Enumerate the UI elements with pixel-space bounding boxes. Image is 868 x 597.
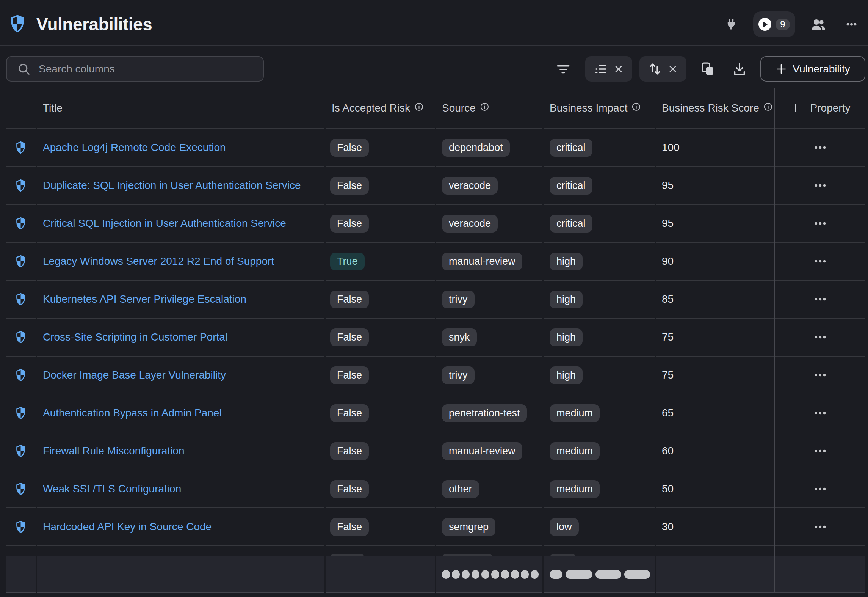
row-actions-button[interactable] xyxy=(815,222,826,225)
row-actions-button[interactable] xyxy=(815,373,826,377)
ellipsis-icon xyxy=(815,487,826,491)
vulnerability-title-link[interactable]: Firewall Rule Misconfiguration xyxy=(43,445,184,457)
view-options-control xyxy=(585,56,632,82)
row-actions-button[interactable] xyxy=(815,525,826,529)
row-actions-button[interactable] xyxy=(815,487,826,491)
risk-score-value: 95 xyxy=(656,205,774,243)
sort-arrows-icon xyxy=(648,62,662,76)
pagination-dot xyxy=(481,570,489,579)
x-icon xyxy=(614,64,624,74)
impact-badge: high xyxy=(550,366,583,384)
risk-score-value: 30 xyxy=(656,508,774,546)
source-badge: penetration-test xyxy=(442,404,527,422)
copy-icon xyxy=(700,61,715,77)
sort-control xyxy=(639,56,686,82)
vulnerabilities-app: Vulnerabilities 9 xyxy=(0,0,868,597)
search-columns-input[interactable] xyxy=(39,63,251,75)
vulnerability-title-link[interactable]: Cross-Site Scripting in Customer Portal xyxy=(43,331,227,343)
row-shield-icon xyxy=(6,205,36,243)
accepted-risk-badge: False xyxy=(330,139,369,157)
table-row: Duplicate: SQL Injection in User Authent… xyxy=(0,167,868,205)
row-actions-button[interactable] xyxy=(815,411,826,415)
vulnerability-title-link[interactable]: Critical SQL Injection in User Authentic… xyxy=(43,217,286,229)
column-header-accepted-risk[interactable]: Is Accepted Risk xyxy=(326,88,435,129)
list-view-button[interactable] xyxy=(594,63,608,75)
add-vulnerability-button[interactable]: Vulnerability xyxy=(760,56,865,82)
sort-button[interactable] xyxy=(648,62,662,76)
ellipsis-icon xyxy=(815,146,826,149)
runs-count-badge: 9 xyxy=(776,19,790,30)
clear-view-button[interactable] xyxy=(614,64,624,74)
accepted-risk-badge: False xyxy=(330,480,369,498)
users-button[interactable] xyxy=(810,17,826,31)
plus-icon xyxy=(790,103,801,113)
table-header-row: Title Is Accepted Risk Source Business I… xyxy=(0,88,868,129)
runs-button[interactable]: 9 xyxy=(753,11,795,37)
filter-button[interactable] xyxy=(556,63,570,75)
column-header-business-impact[interactable]: Business Impact xyxy=(544,88,655,129)
row-actions-button[interactable] xyxy=(815,335,826,339)
risk-score-value: 75 xyxy=(656,319,774,357)
vulnerability-title-link[interactable]: Apache Log4j Remote Code Execution xyxy=(43,141,226,154)
vulnerability-title-link[interactable]: Weak SSL/TLS Configuration xyxy=(43,483,181,495)
source-badge: manual-review xyxy=(442,253,522,270)
row-actions-button[interactable] xyxy=(815,449,826,453)
row-actions-button[interactable] xyxy=(815,146,826,149)
accepted-risk-badge: False xyxy=(330,291,369,308)
copy-button[interactable] xyxy=(700,61,715,77)
list-icon xyxy=(594,63,608,75)
impact-badge: critical xyxy=(550,139,592,157)
vulnerability-title-link[interactable]: Authentication Bypass in Admin Panel xyxy=(43,407,222,419)
pagination-dot xyxy=(491,570,499,579)
accepted-risk-badge: False xyxy=(330,518,369,536)
pagination-dots xyxy=(436,556,542,593)
ellipsis-icon xyxy=(815,297,826,301)
column-header-source[interactable]: Source xyxy=(436,88,542,129)
pagination-dot xyxy=(511,570,519,579)
table-row: Authentication Bypass in Admin Panel Fal… xyxy=(0,394,868,432)
vulnerability-title-link[interactable]: Duplicate: SQL Injection in User Authent… xyxy=(43,179,301,192)
skeleton-pill xyxy=(550,570,562,579)
row-actions-button[interactable] xyxy=(815,259,826,263)
row-shield-icon xyxy=(6,281,36,319)
info-icon xyxy=(763,102,773,114)
table-row: Cross-Site Scripting in Customer Portal … xyxy=(0,319,868,357)
filter-icon xyxy=(556,63,570,75)
row-actions-button[interactable] xyxy=(815,184,826,187)
column-header-title[interactable]: Title xyxy=(37,88,324,129)
impact-badge: critical xyxy=(550,215,592,233)
info-icon xyxy=(414,102,424,114)
download-button[interactable] xyxy=(732,61,747,77)
skeleton-pill xyxy=(595,570,621,579)
source-badge: dependabot xyxy=(442,139,510,157)
pagination-dot xyxy=(521,570,529,579)
vulnerability-title-link[interactable]: Hardcoded API Key in Source Code xyxy=(43,521,212,533)
pagination-dot xyxy=(501,570,509,579)
risk-score-value: 65 xyxy=(656,394,774,432)
play-icon xyxy=(758,18,771,31)
table-row: Kubernetes API Server Privilege Escalati… xyxy=(0,281,868,319)
more-options-button[interactable] xyxy=(846,22,857,26)
ellipsis-icon xyxy=(815,335,826,339)
integrations-button[interactable] xyxy=(725,18,738,31)
accepted-risk-badge: False xyxy=(330,328,369,346)
source-badge: snyk xyxy=(442,328,477,346)
risk-score-value: 90 xyxy=(656,243,774,281)
column-header-business-risk-score[interactable]: Business Risk Score xyxy=(656,88,774,129)
search-columns-box[interactable] xyxy=(6,56,264,82)
accepted-risk-badge: True xyxy=(330,253,365,270)
impact-badge: critical xyxy=(550,177,592,195)
vulnerability-title-link[interactable]: Kubernetes API Server Privilege Escalati… xyxy=(43,293,246,305)
add-property-column-button[interactable]: Property xyxy=(775,88,865,129)
pagination-footer xyxy=(6,556,865,593)
skeleton-pill xyxy=(566,570,592,579)
risk-score-value: 75 xyxy=(656,357,774,394)
ellipsis-icon xyxy=(815,373,826,377)
ellipsis-icon xyxy=(815,222,826,225)
row-actions-button[interactable] xyxy=(815,297,826,301)
table-row: Apache Log4j Remote Code Execution False… xyxy=(0,129,868,167)
clear-sort-button[interactable] xyxy=(668,64,678,74)
vulnerability-title-link[interactable]: Legacy Windows Server 2012 R2 End of Sup… xyxy=(43,255,274,267)
risk-score-value: 50 xyxy=(656,470,774,508)
vulnerability-title-link[interactable]: Docker Image Base Layer Vulnerability xyxy=(43,369,226,381)
